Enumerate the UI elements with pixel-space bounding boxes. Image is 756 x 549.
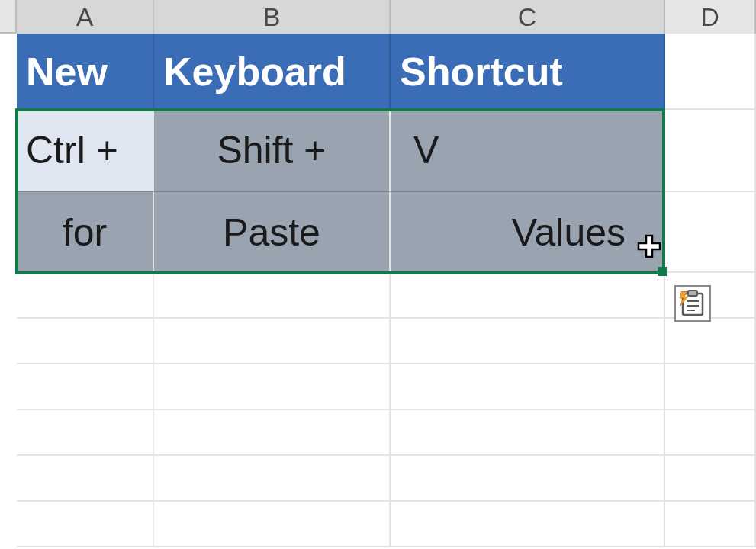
column-header-B[interactable]: B (154, 0, 391, 34)
cells-layer: New Keyboard Shortcut Ctrl + Shift + V f… (17, 34, 756, 549)
svg-rect-1 (688, 291, 697, 296)
cell-D1[interactable] (665, 34, 756, 110)
cell-D7[interactable] (665, 410, 756, 456)
cell-C7[interactable] (391, 410, 665, 456)
cell-A6[interactable] (17, 364, 154, 410)
cell-A2-active[interactable]: Ctrl + (17, 110, 154, 192)
cell-B3[interactable]: Paste (154, 192, 391, 273)
cell-C3[interactable]: Values (391, 192, 665, 273)
cell-D8[interactable] (665, 456, 756, 502)
cell-B1[interactable]: Keyboard (154, 34, 391, 110)
column-header-A[interactable]: A (17, 0, 154, 34)
cell-A7[interactable] (17, 410, 154, 456)
cell-B6[interactable] (154, 364, 391, 410)
cell-B7[interactable] (154, 410, 391, 456)
column-header-C[interactable]: C (391, 0, 665, 34)
cell-A5[interactable] (17, 319, 154, 364)
cell-C5[interactable] (391, 319, 665, 364)
spreadsheet-viewport[interactable]: A B C D New Keyboard Shortcut Ctrl + Shi… (0, 0, 756, 549)
cell-C6[interactable] (391, 364, 665, 410)
cell-C9[interactable] (391, 502, 665, 547)
cell-C2[interactable]: V (391, 110, 665, 192)
paste-options-button[interactable] (674, 285, 711, 322)
cell-B9[interactable] (154, 502, 391, 547)
cell-B4[interactable] (154, 273, 391, 319)
column-headers-row: A B C D (0, 0, 756, 34)
cell-C8[interactable] (391, 456, 665, 502)
cell-A9[interactable] (17, 502, 154, 547)
cell-D6[interactable] (665, 364, 756, 410)
cell-D5[interactable] (665, 319, 756, 364)
cell-D2[interactable] (665, 110, 756, 192)
cell-A8[interactable] (17, 456, 154, 502)
cell-A1[interactable]: New (17, 34, 154, 110)
cell-A3[interactable]: for (17, 192, 154, 273)
cell-D3[interactable] (665, 192, 756, 273)
select-all-corner[interactable] (0, 0, 17, 34)
cell-C4[interactable] (391, 273, 665, 319)
column-header-D[interactable]: D (665, 0, 756, 34)
cell-C1[interactable]: Shortcut (391, 34, 665, 110)
cell-D9[interactable] (665, 502, 756, 547)
cell-B8[interactable] (154, 456, 391, 502)
cell-B5[interactable] (154, 319, 391, 364)
grid-area: New Keyboard Shortcut Ctrl + Shift + V f… (0, 34, 756, 549)
cell-B2[interactable]: Shift + (154, 110, 391, 192)
cell-A4[interactable] (17, 273, 154, 319)
